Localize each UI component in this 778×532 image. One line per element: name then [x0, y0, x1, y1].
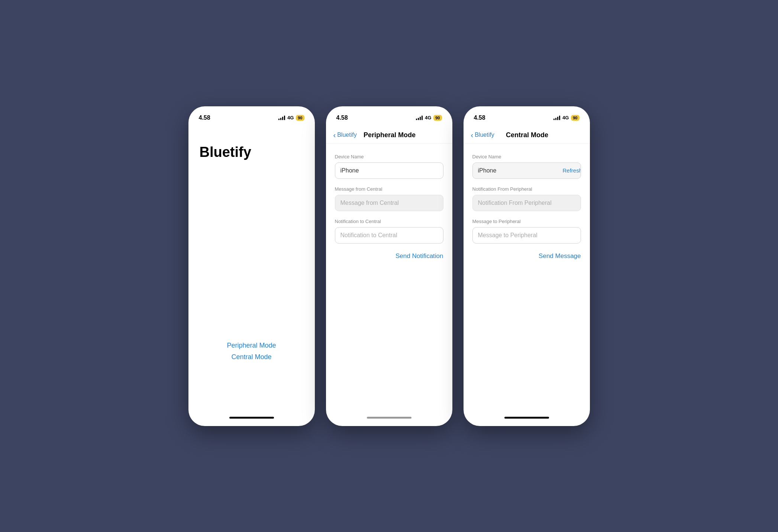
- notification-from-peripheral-group: Notification From Peripheral: [472, 186, 581, 211]
- status-4g-central: 4G: [562, 115, 569, 120]
- message-from-central-group: Message from Central: [335, 186, 443, 211]
- peripheral-mode-link[interactable]: Peripheral Mode: [227, 342, 276, 349]
- nav-title-central: Central Mode: [494, 131, 560, 139]
- signal-bar-c3: [557, 117, 558, 120]
- back-chevron-peripheral: ‹: [333, 131, 336, 139]
- notification-to-central-label: Notification to Central: [335, 219, 443, 224]
- home-indicator-central: [504, 417, 549, 419]
- back-button-peripheral[interactable]: ‹ Bluetify: [333, 131, 357, 139]
- form-central: Device Name Refresh Notification From Pe…: [464, 144, 590, 413]
- device-name-label-p: Device Name: [335, 154, 443, 159]
- send-notification-button[interactable]: Send Notification: [335, 252, 443, 260]
- status-right-home: 4G 90: [278, 115, 304, 121]
- nav-bar-central: ‹ Bluetify Central Mode: [464, 126, 590, 144]
- status-right-peripheral: 4G 90: [416, 115, 442, 121]
- back-chevron-central: ‹: [471, 131, 474, 139]
- battery-peripheral: 90: [433, 115, 442, 121]
- phone-home: 4.58 4G 90 Bluetify Peripheral Mode Cent…: [188, 106, 315, 426]
- device-name-input-c[interactable]: [473, 163, 558, 178]
- signal-bars-peripheral: [416, 116, 423, 120]
- signal-bars-central: [553, 116, 560, 120]
- send-message-button[interactable]: Send Message: [472, 252, 581, 260]
- phone-central: 4.58 4G 90 ‹ Bluetify Central Mode De: [464, 106, 590, 426]
- device-name-group-c: Device Name Refresh: [472, 154, 581, 179]
- menu-items: Peripheral Mode Central Mode: [200, 342, 304, 361]
- signal-bar-c2: [555, 118, 556, 120]
- signal-bar-p2: [418, 118, 419, 120]
- back-label-peripheral: Bluetify: [337, 132, 356, 138]
- status-time-home: 4.58: [199, 115, 210, 121]
- home-content: Bluetify Peripheral Mode Central Mode: [188, 126, 315, 413]
- device-name-input-p[interactable]: [335, 162, 443, 179]
- message-to-peripheral-input[interactable]: [472, 227, 581, 244]
- status-4g-peripheral: 4G: [425, 115, 431, 120]
- device-name-label-c: Device Name: [472, 154, 581, 159]
- notification-to-central-group: Notification to Central: [335, 219, 443, 244]
- phones-container: 4.58 4G 90 Bluetify Peripheral Mode Cent…: [188, 106, 590, 426]
- message-from-central-input: [335, 195, 443, 211]
- signal-bar-1: [278, 119, 280, 120]
- signal-bar-3: [282, 117, 283, 120]
- central-mode-link[interactable]: Central Mode: [231, 353, 271, 361]
- signal-bar-c1: [553, 119, 555, 120]
- app-title: Bluetify: [200, 144, 304, 160]
- message-to-peripheral-group: Message to Peripheral: [472, 219, 581, 244]
- message-to-peripheral-label: Message to Peripheral: [472, 219, 581, 224]
- signal-bar-4: [284, 116, 285, 120]
- notification-from-peripheral-input: [472, 195, 581, 211]
- notification-from-peripheral-label: Notification From Peripheral: [472, 186, 581, 192]
- signal-bar-c4: [559, 116, 560, 120]
- status-bar-central: 4.58 4G 90: [464, 106, 590, 126]
- refresh-button[interactable]: Refresh: [558, 163, 581, 178]
- message-from-central-label: Message from Central: [335, 186, 443, 192]
- phone-peripheral: 4.58 4G 90 ‹ Bluetify Peripheral Mode: [326, 106, 452, 426]
- nav-title-peripheral: Peripheral Mode: [357, 131, 423, 139]
- status-bar-peripheral: 4.58 4G 90: [326, 106, 452, 126]
- battery-home: 90: [296, 115, 304, 121]
- status-time-peripheral: 4.58: [336, 115, 348, 121]
- battery-central: 90: [571, 115, 579, 121]
- signal-bars-home: [278, 116, 285, 120]
- device-name-group-p: Device Name: [335, 154, 443, 179]
- form-peripheral: Device Name Message from Central Notific…: [326, 144, 452, 413]
- back-label-central: Bluetify: [475, 132, 494, 138]
- notification-to-central-input[interactable]: [335, 227, 443, 244]
- status-right-central: 4G 90: [553, 115, 580, 121]
- signal-bar-2: [280, 118, 281, 120]
- signal-bar-p4: [422, 116, 423, 120]
- status-bar-home: 4.58 4G 90: [188, 106, 315, 126]
- signal-bar-p3: [420, 117, 421, 120]
- signal-bar-p1: [416, 119, 417, 120]
- home-indicator-home: [229, 417, 274, 419]
- home-indicator-peripheral: [367, 417, 411, 419]
- status-time-central: 4.58: [474, 115, 485, 121]
- device-name-row-c: Refresh: [472, 162, 581, 179]
- status-4g-home: 4G: [287, 115, 294, 120]
- back-button-central[interactable]: ‹ Bluetify: [471, 131, 494, 139]
- nav-bar-peripheral: ‹ Bluetify Peripheral Mode: [326, 126, 452, 144]
